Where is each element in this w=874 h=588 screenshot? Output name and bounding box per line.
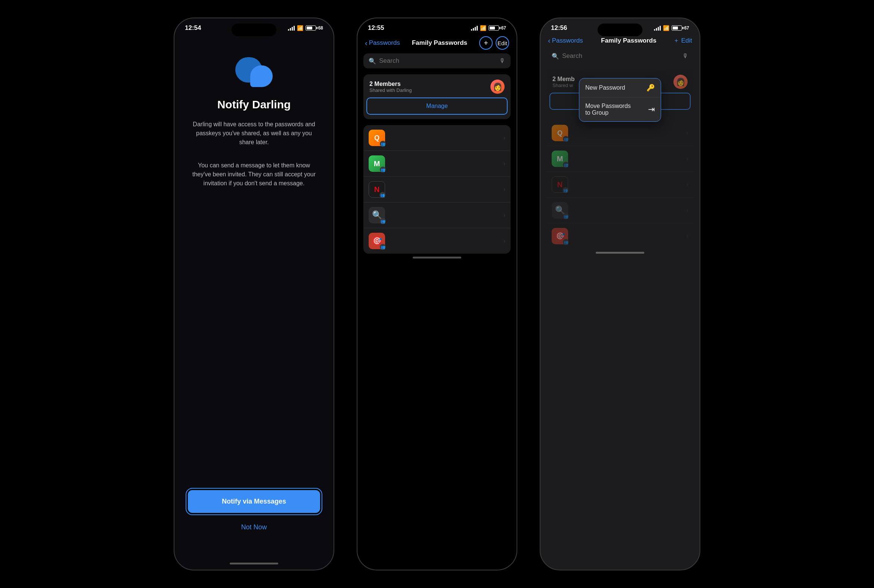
search-input-3[interactable]: [562, 52, 679, 60]
nav-back-label-2: Passwords: [369, 39, 400, 47]
signal-icon-3: [654, 26, 661, 31]
app-icon-3-3: N 👥: [552, 176, 568, 193]
chevron-icon-1: ›: [504, 135, 505, 141]
app-icon-3-2: M 👥: [552, 150, 568, 167]
dynamic-island-1: [232, 24, 276, 36]
mic-icon-3: 🎙: [682, 52, 688, 59]
battery-icon: [306, 26, 316, 31]
notify-title: Notify Darling: [217, 98, 291, 111]
status-time-2: 12:55: [368, 24, 384, 32]
member-shared-2: Shared with Darling: [369, 87, 412, 93]
phone-2: 12:55 📶 67 ‹ Passwords Family Passwords: [357, 18, 517, 570]
nav-actions-2: + Edit: [479, 36, 509, 50]
phone-3: 12:56 📶 67 ‹ Passwords Family Passwords: [540, 18, 700, 570]
app-icon-3: N 👥: [369, 181, 385, 198]
group-badge: 👥: [563, 239, 569, 245]
chat-bubble-front: [250, 65, 273, 87]
status-icons-2: 📶 67: [471, 25, 506, 31]
wifi-icon-2: 📶: [480, 25, 486, 31]
nav-back-2[interactable]: ‹ Passwords: [365, 39, 400, 48]
back-arrow-icon-3: ‹: [548, 36, 550, 45]
battery-icon-2: [489, 26, 499, 31]
chevron-icon-4: ›: [504, 212, 505, 219]
member-shared-3: Shared w: [552, 82, 575, 88]
chevron-icon-3-2: ›: [687, 155, 688, 162]
chevron-icon-3-4: ›: [687, 207, 688, 214]
notify-desc-1: Darling will have access to the password…: [189, 120, 319, 147]
search-input-2[interactable]: [379, 57, 496, 64]
group-badge: 👥: [563, 213, 569, 219]
add-button-2[interactable]: +: [479, 36, 493, 50]
chevron-icon-2: ›: [504, 160, 505, 167]
home-indicator-1: [230, 562, 278, 564]
nav-back-label-3: Passwords: [552, 37, 583, 45]
key-icon: 🔑: [646, 84, 655, 92]
battery-icon-3: [672, 26, 682, 31]
chevron-icon-3: ›: [504, 186, 505, 193]
status-time-1: 12:54: [185, 24, 201, 32]
new-password-option[interactable]: New Password 🔑: [579, 78, 661, 98]
family-header-2: 2 Members Shared with Darling 👩: [363, 74, 511, 96]
list-item[interactable]: M 👥 ›: [363, 151, 511, 177]
screen-1: 12:54 📶 68: [174, 18, 334, 570]
search-bar-2: 🔍 🎙: [363, 53, 511, 68]
edit-button-2[interactable]: Edit: [496, 36, 509, 50]
search-bar-3: 🔍 🎙: [546, 49, 694, 63]
manage-button-2[interactable]: Manage: [366, 98, 508, 115]
move-icon: ⇥: [648, 105, 655, 114]
list-item[interactable]: N 👥 ›: [546, 172, 694, 198]
member-count-2: 2 Members: [369, 81, 412, 87]
chat-icon: [235, 57, 273, 87]
status-bar-3: 12:56 📶 67: [540, 18, 700, 35]
chevron-icon-3-1: ›: [687, 130, 688, 136]
family-avatar-3: 👩: [673, 75, 688, 89]
home-indicator-3: [596, 252, 644, 254]
app-icon-3-5: 🎯 👥: [552, 228, 568, 244]
nav-back-3[interactable]: ‹ Passwords: [548, 36, 583, 45]
member-count-3: 2 Memb: [552, 76, 575, 82]
dynamic-island-3: [598, 24, 642, 36]
password-list-3: Q 👥 › M 👥 › N 👥 ›: [546, 120, 694, 249]
battery-percent-2: 67: [501, 26, 506, 31]
app-icon-3-4: 🔍 👥: [552, 202, 568, 219]
back-arrow-icon-2: ‹: [365, 39, 367, 48]
list-item[interactable]: N 👥 ›: [363, 177, 511, 202]
list-item[interactable]: Q 👥 ›: [363, 125, 511, 151]
password-list-2: Q 👥 › M 👥 › N 👥 ›: [363, 125, 511, 254]
dropdown-menu: New Password 🔑 Move Passwords to Group ⇥: [579, 78, 661, 122]
list-item[interactable]: 🎯 👥 ›: [363, 228, 511, 254]
group-badge: 👥: [380, 166, 386, 172]
home-indicator-2: [413, 256, 461, 258]
signal-icon: [288, 26, 295, 31]
list-item[interactable]: 🔍 👥 ›: [546, 198, 694, 224]
family-section-2: 2 Members Shared with Darling 👩 Manage: [363, 74, 511, 119]
add-button-3[interactable]: +: [675, 37, 678, 45]
chevron-icon-3-3: ›: [687, 181, 688, 188]
list-item[interactable]: 🎯 👥 ›: [546, 224, 694, 249]
phone-1: 12:54 📶 68: [174, 18, 334, 570]
list-item[interactable]: M 👥 ›: [546, 146, 694, 172]
search-icon-2: 🔍: [369, 57, 376, 64]
chevron-icon-5: ›: [504, 238, 505, 244]
app-icon-3-1: Q 👥: [552, 125, 568, 141]
group-badge: 👥: [562, 187, 568, 193]
list-item[interactable]: 🔍 👥 ›: [363, 202, 511, 228]
group-badge: 👥: [379, 192, 385, 198]
nav-title-2: Family Passwords: [412, 39, 467, 47]
list-item[interactable]: Q 👥 ›: [546, 120, 694, 146]
phone1-buttons: Notify via Messages Not Now: [174, 488, 334, 560]
search-icon-3: 🔍: [552, 52, 559, 60]
edit-button-3[interactable]: Edit: [681, 37, 692, 45]
move-passwords-option[interactable]: Move Passwords to Group ⇥: [579, 98, 661, 122]
battery-percent: 68: [318, 26, 323, 31]
screen-3: 12:56 📶 67 ‹ Passwords Family Passwords: [540, 18, 700, 570]
signal-icon-2: [471, 26, 478, 31]
group-badge: 👥: [563, 136, 569, 142]
notify-via-messages-button[interactable]: Notify via Messages: [188, 490, 320, 513]
not-now-button[interactable]: Not Now: [186, 518, 322, 537]
new-password-label: New Password: [585, 84, 625, 91]
group-badge: 👥: [563, 162, 569, 168]
app-icon-1: Q 👥: [369, 130, 385, 146]
nav-actions-3: + Edit: [675, 37, 692, 45]
group-badge: 👥: [380, 244, 386, 250]
